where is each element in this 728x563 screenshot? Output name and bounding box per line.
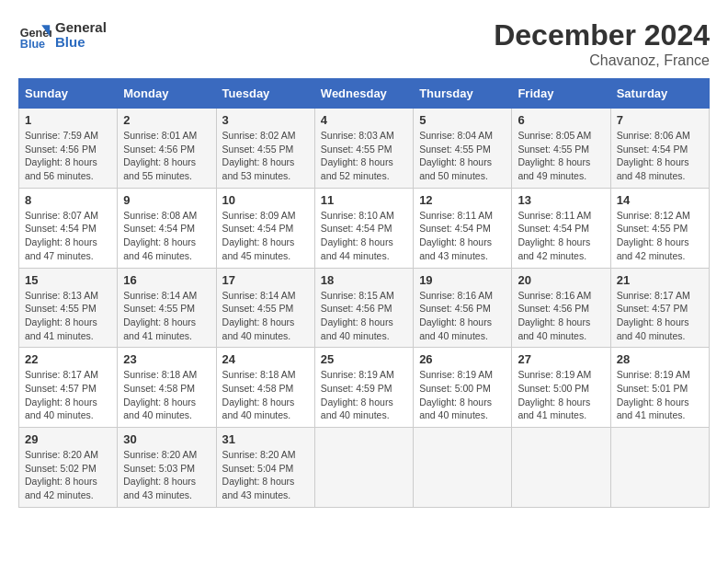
header-day: Saturday — [610, 79, 709, 109]
calendar-cell: 6Sunrise: 8:05 AMSunset: 4:55 PMDaylight… — [512, 109, 610, 189]
day-number: 27 — [518, 352, 604, 366]
day-number: 20 — [518, 273, 604, 287]
day-info: Sunrise: 8:02 AMSunset: 4:55 PMDaylight:… — [222, 129, 309, 183]
day-number: 4 — [321, 113, 407, 127]
logo-line2: Blue — [55, 35, 107, 51]
day-number: 17 — [222, 273, 309, 287]
calendar-cell: 21Sunrise: 8:17 AMSunset: 4:57 PMDayligh… — [610, 268, 709, 348]
calendar-cell: 9Sunrise: 8:08 AMSunset: 4:54 PMDaylight… — [118, 188, 216, 268]
day-number: 7 — [617, 113, 703, 127]
day-info: Sunrise: 8:09 AMSunset: 4:54 PMDaylight:… — [222, 209, 309, 263]
day-info: Sunrise: 8:11 AMSunset: 4:54 PMDaylight:… — [518, 209, 604, 263]
calendar-cell: 23Sunrise: 8:18 AMSunset: 4:58 PMDayligh… — [118, 348, 216, 428]
page-header: General Blue General Blue December 2024 … — [18, 18, 710, 69]
calendar-cell — [512, 428, 610, 508]
header-day: Friday — [512, 79, 610, 109]
day-info: Sunrise: 8:19 AMSunset: 5:00 PMDaylight:… — [518, 368, 604, 422]
logo-line1: General — [55, 20, 107, 36]
day-number: 18 — [321, 273, 407, 287]
day-info: Sunrise: 8:20 AMSunset: 5:03 PMDaylight:… — [123, 448, 210, 502]
day-number: 21 — [617, 273, 703, 287]
header-day: Tuesday — [216, 79, 314, 109]
calendar-week: 22Sunrise: 8:17 AMSunset: 4:57 PMDayligh… — [19, 348, 710, 428]
day-number: 31 — [222, 432, 309, 446]
calendar-cell — [414, 428, 512, 508]
day-number: 24 — [222, 352, 309, 366]
day-number: 26 — [419, 352, 506, 366]
day-number: 19 — [419, 273, 506, 287]
day-info: Sunrise: 8:06 AMSunset: 4:54 PMDaylight:… — [617, 129, 703, 183]
day-number: 2 — [123, 113, 210, 127]
header-day: Sunday — [19, 79, 118, 109]
calendar-cell: 12Sunrise: 8:11 AMSunset: 4:54 PMDayligh… — [414, 188, 512, 268]
calendar-cell: 26Sunrise: 8:19 AMSunset: 5:00 PMDayligh… — [414, 348, 512, 428]
header-day: Monday — [118, 79, 216, 109]
calendar-cell — [610, 428, 709, 508]
day-number: 10 — [222, 193, 309, 207]
day-info: Sunrise: 8:14 AMSunset: 4:55 PMDaylight:… — [222, 289, 309, 343]
day-info: Sunrise: 8:13 AMSunset: 4:55 PMDaylight:… — [25, 289, 111, 343]
calendar-header: SundayMondayTuesdayWednesdayThursdayFrid… — [19, 79, 710, 109]
day-info: Sunrise: 8:15 AMSunset: 4:56 PMDaylight:… — [321, 289, 407, 343]
calendar-cell: 4Sunrise: 8:03 AMSunset: 4:55 PMDaylight… — [314, 109, 413, 189]
calendar-cell: 14Sunrise: 8:12 AMSunset: 4:55 PMDayligh… — [610, 188, 709, 268]
day-number: 23 — [123, 352, 210, 366]
day-info: Sunrise: 8:07 AMSunset: 4:54 PMDaylight:… — [25, 209, 111, 263]
day-info: Sunrise: 8:16 AMSunset: 4:56 PMDaylight:… — [518, 289, 604, 343]
day-number: 13 — [518, 193, 604, 207]
calendar-cell: 31Sunrise: 8:20 AMSunset: 5:04 PMDayligh… — [216, 428, 314, 508]
calendar-cell: 1Sunrise: 7:59 AMSunset: 4:56 PMDaylight… — [19, 109, 118, 189]
day-number: 5 — [419, 113, 506, 127]
calendar-cell: 5Sunrise: 8:04 AMSunset: 4:55 PMDaylight… — [414, 109, 512, 189]
logo-icon: General Blue — [18, 18, 51, 52]
day-number: 9 — [123, 193, 210, 207]
calendar-cell: 19Sunrise: 8:16 AMSunset: 4:56 PMDayligh… — [414, 268, 512, 348]
day-number: 11 — [321, 193, 407, 207]
day-number: 12 — [419, 193, 506, 207]
location: Chavanoz, France — [494, 52, 710, 69]
day-info: Sunrise: 8:16 AMSunset: 4:56 PMDaylight:… — [419, 289, 506, 343]
day-info: Sunrise: 8:12 AMSunset: 4:55 PMDaylight:… — [617, 209, 703, 263]
svg-text:Blue: Blue — [20, 38, 45, 51]
calendar-cell: 7Sunrise: 8:06 AMSunset: 4:54 PMDaylight… — [610, 109, 709, 189]
day-info: Sunrise: 8:11 AMSunset: 4:54 PMDaylight:… — [419, 209, 506, 263]
calendar-cell: 11Sunrise: 8:10 AMSunset: 4:54 PMDayligh… — [314, 188, 413, 268]
calendar-cell: 18Sunrise: 8:15 AMSunset: 4:56 PMDayligh… — [314, 268, 413, 348]
day-number: 28 — [617, 352, 703, 366]
calendar-week: 15Sunrise: 8:13 AMSunset: 4:55 PMDayligh… — [19, 268, 710, 348]
day-number: 6 — [518, 113, 604, 127]
header-day: Thursday — [414, 79, 512, 109]
calendar-cell: 24Sunrise: 8:18 AMSunset: 4:58 PMDayligh… — [216, 348, 314, 428]
header-day: Wednesday — [314, 79, 413, 109]
calendar-cell: 2Sunrise: 8:01 AMSunset: 4:56 PMDaylight… — [118, 109, 216, 189]
day-number: 22 — [25, 352, 111, 366]
title-block: December 2024 Chavanoz, France — [494, 18, 710, 69]
calendar-cell: 13Sunrise: 8:11 AMSunset: 4:54 PMDayligh… — [512, 188, 610, 268]
day-info: Sunrise: 8:08 AMSunset: 4:54 PMDaylight:… — [123, 209, 210, 263]
day-info: Sunrise: 8:10 AMSunset: 4:54 PMDaylight:… — [321, 209, 407, 263]
calendar-table: SundayMondayTuesdayWednesdayThursdayFrid… — [18, 78, 710, 508]
calendar-cell: 22Sunrise: 8:17 AMSunset: 4:57 PMDayligh… — [19, 348, 118, 428]
day-info: Sunrise: 8:19 AMSunset: 5:00 PMDaylight:… — [419, 368, 506, 422]
day-number: 15 — [25, 273, 111, 287]
calendar-cell: 27Sunrise: 8:19 AMSunset: 5:00 PMDayligh… — [512, 348, 610, 428]
day-info: Sunrise: 8:17 AMSunset: 4:57 PMDaylight:… — [25, 368, 111, 422]
day-number: 3 — [222, 113, 309, 127]
logo: General Blue General Blue — [18, 18, 107, 52]
day-info: Sunrise: 8:14 AMSunset: 4:55 PMDaylight:… — [123, 289, 210, 343]
day-number: 16 — [123, 273, 210, 287]
day-info: Sunrise: 8:20 AMSunset: 5:04 PMDaylight:… — [222, 448, 309, 502]
day-number: 29 — [25, 432, 111, 446]
day-number: 14 — [617, 193, 703, 207]
calendar-cell: 30Sunrise: 8:20 AMSunset: 5:03 PMDayligh… — [118, 428, 216, 508]
calendar-cell: 8Sunrise: 8:07 AMSunset: 4:54 PMDaylight… — [19, 188, 118, 268]
calendar-cell: 10Sunrise: 8:09 AMSunset: 4:54 PMDayligh… — [216, 188, 314, 268]
calendar-week: 8Sunrise: 8:07 AMSunset: 4:54 PMDaylight… — [19, 188, 710, 268]
calendar-week: 29Sunrise: 8:20 AMSunset: 5:02 PMDayligh… — [19, 428, 710, 508]
calendar-body: 1Sunrise: 7:59 AMSunset: 4:56 PMDaylight… — [19, 109, 710, 508]
calendar-cell: 16Sunrise: 8:14 AMSunset: 4:55 PMDayligh… — [118, 268, 216, 348]
day-info: Sunrise: 8:04 AMSunset: 4:55 PMDaylight:… — [419, 129, 506, 183]
header-row: SundayMondayTuesdayWednesdayThursdayFrid… — [19, 79, 710, 109]
calendar-cell: 20Sunrise: 8:16 AMSunset: 4:56 PMDayligh… — [512, 268, 610, 348]
day-number: 8 — [25, 193, 111, 207]
